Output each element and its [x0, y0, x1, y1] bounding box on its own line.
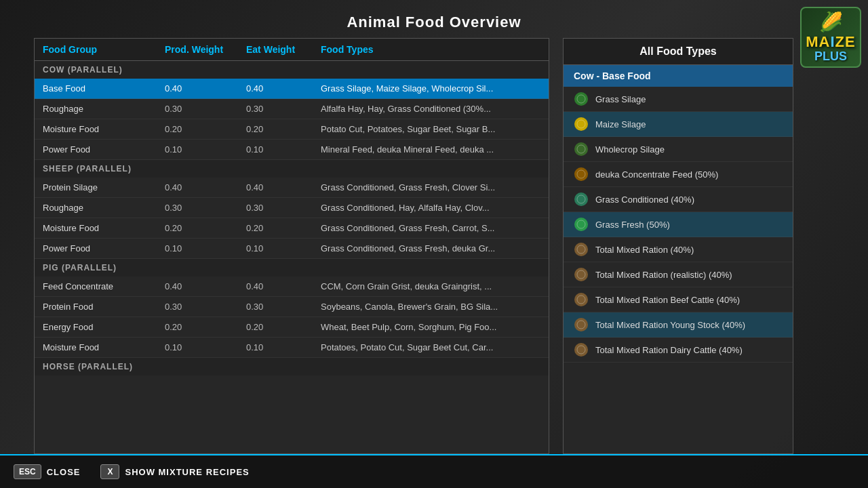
- cell-eat-weight: 0.10: [246, 342, 321, 352]
- food-type-item[interactable]: Grass Conditioned (40%): [564, 187, 793, 212]
- table-row[interactable]: Protein Food0.300.30Soybeans, Canola, Br…: [35, 297, 549, 317]
- cell-food-types: Grass Conditioned, Grass Fresh, Carrot, …: [321, 223, 540, 233]
- food-type-item[interactable]: Total Mixed Ration (realistic) (40%): [564, 262, 793, 287]
- food-type-item[interactable]: Maize Silage: [564, 112, 793, 137]
- table-row[interactable]: Power Food0.100.10Grass Conditioned, Gra…: [35, 239, 549, 259]
- logo: 🌽 MAIZE PLUS: [800, 7, 861, 68]
- cell-food-types: Potato Cut, Potatoes, Sugar Beet, Sugar …: [321, 124, 540, 134]
- cell-eat-weight: 0.10: [246, 243, 321, 253]
- cell-prod-weight: 0.10: [165, 243, 246, 253]
- cell-eat-weight: 0.10: [246, 144, 321, 155]
- table-header: Food Group Prod. Weight Eat Weight Food …: [35, 39, 549, 61]
- food-type-icon: [574, 217, 589, 232]
- content-area: Food Group Prod. Weight Eat Weight Food …: [0, 38, 868, 454]
- food-type-label: Wholecrop Silage: [595, 144, 665, 155]
- food-type-item[interactable]: Wholecrop Silage: [564, 137, 793, 162]
- food-type-label: Total Mixed Ration Beef Cattle (40%): [595, 295, 740, 305]
- show-mixture-button[interactable]: X SHOW MIXTURE RECIPES: [100, 464, 249, 479]
- food-type-icon: [574, 267, 589, 282]
- table-row[interactable]: Energy Food0.200.20Wheat, Beet Pulp, Cor…: [35, 317, 549, 338]
- table-row[interactable]: Moisture Food0.100.10Potatoes, Potato Cu…: [35, 338, 549, 358]
- table-row[interactable]: Moisture Food0.200.20Potato Cut, Potatoe…: [35, 119, 549, 140]
- bottom-bar: ESC CLOSE X SHOW MIXTURE RECIPES: [0, 454, 868, 488]
- right-panel-title: All Food Types: [564, 39, 793, 65]
- cell-prod-weight: 0.20: [165, 124, 246, 134]
- cell-prod-weight: 0.40: [165, 281, 246, 291]
- svg-point-9: [577, 321, 585, 329]
- food-type-item[interactable]: deuka Concentrate Feed (50%): [564, 162, 793, 187]
- cell-food-group: Roughage: [43, 104, 165, 114]
- svg-point-4: [577, 195, 585, 203]
- food-type-icon: [574, 317, 589, 332]
- col-food-group: Food Group: [43, 44, 165, 55]
- food-type-item[interactable]: Total Mixed Ration (40%): [564, 237, 793, 262]
- food-type-item[interactable]: Total Mixed Ration Dairy Cattle (40%): [564, 338, 793, 363]
- right-panel: All Food Types Cow - Base Food Grass Sil…: [563, 38, 793, 454]
- food-type-item[interactable]: Grass Silage: [564, 87, 793, 112]
- cell-prod-weight: 0.40: [165, 83, 246, 94]
- cell-food-types: Mineral Feed, deuka Mineral Feed, deuka …: [321, 144, 540, 155]
- col-food-types: Food Types: [321, 44, 540, 55]
- cell-eat-weight: 0.20: [246, 223, 321, 233]
- cell-food-group: Protein Silage: [43, 182, 165, 192]
- page-title: Animal Food Overview: [0, 14, 868, 31]
- food-type-icon: [574, 242, 589, 257]
- logo-text-maize: MAIZE: [806, 35, 855, 49]
- cell-prod-weight: 0.10: [165, 342, 246, 352]
- food-type-label: Maize Silage: [595, 119, 646, 129]
- group-header: PIG (PARALLEL): [35, 259, 549, 277]
- food-type-item[interactable]: Total Mixed Ration Beef Cattle (40%): [564, 287, 793, 312]
- cell-food-group: Power Food: [43, 144, 165, 155]
- cell-food-types: CCM, Corn Grain Grist, deuka Graingrist,…: [321, 281, 540, 291]
- svg-point-7: [577, 270, 585, 279]
- table-row[interactable]: Protein Silage0.400.40Grass Conditioned,…: [35, 178, 549, 198]
- cell-food-group: Energy Food: [43, 322, 165, 332]
- cell-food-types: Grass Conditioned, Grass Fresh, deuka Gr…: [321, 243, 540, 253]
- cell-food-types: Alfalfa Hay, Hay, Grass Conditioned (30%…: [321, 104, 540, 114]
- cell-food-types: Grass Silage, Maize Silage, Wholecrop Si…: [321, 83, 540, 94]
- cell-prod-weight: 0.30: [165, 203, 246, 213]
- cell-food-group: Moisture Food: [43, 342, 165, 352]
- cell-eat-weight: 0.20: [246, 322, 321, 332]
- food-type-icon: [574, 292, 589, 307]
- cell-eat-weight: 0.40: [246, 182, 321, 192]
- logo-corn-icon: 🌽: [819, 11, 843, 33]
- food-type-label: Grass Silage: [595, 94, 646, 104]
- food-type-item[interactable]: Grass Fresh (50%): [564, 212, 793, 237]
- cell-food-types: Soybeans, Canola, Brewer's Grain, BG Sil…: [321, 302, 540, 312]
- food-type-item[interactable]: Total Mixed Ration Young Stock (40%): [564, 312, 793, 338]
- food-type-icon: [574, 142, 589, 157]
- mixture-label: SHOW MIXTURE RECIPES: [125, 467, 249, 477]
- food-type-icon: [574, 192, 589, 207]
- col-eat-weight: Eat Weight: [246, 44, 321, 55]
- food-type-label: Grass Fresh (50%): [595, 220, 670, 230]
- cell-food-group: Moisture Food: [43, 124, 165, 134]
- right-section-header: Cow - Base Food: [564, 65, 793, 87]
- esc-key-badge: ESC: [14, 464, 41, 479]
- food-type-icon: [574, 92, 589, 106]
- cell-eat-weight: 0.30: [246, 203, 321, 213]
- table-row[interactable]: Moisture Food0.200.20Grass Conditioned, …: [35, 218, 549, 239]
- food-type-label: Total Mixed Ration (realistic) (40%): [595, 270, 732, 280]
- svg-point-0: [577, 95, 585, 103]
- table-row[interactable]: Roughage0.300.30Grass Conditioned, Hay, …: [35, 198, 549, 218]
- title-bar: Animal Food Overview: [0, 0, 868, 38]
- group-header: HORSE (PARALLEL): [35, 358, 549, 375]
- cell-food-group: Power Food: [43, 243, 165, 253]
- cell-eat-weight: 0.30: [246, 104, 321, 114]
- cell-prod-weight: 0.30: [165, 302, 246, 312]
- svg-point-10: [577, 346, 585, 354]
- table-row[interactable]: Roughage0.300.30Alfalfa Hay, Hay, Grass …: [35, 99, 549, 119]
- food-types-list[interactable]: Grass SilageMaize SilageWholecrop Silage…: [564, 87, 793, 453]
- svg-point-3: [577, 170, 585, 178]
- table-body[interactable]: COW (PARALLEL)Base Food0.400.40Grass Sil…: [35, 61, 549, 453]
- cell-prod-weight: 0.20: [165, 223, 246, 233]
- close-button[interactable]: ESC CLOSE: [14, 464, 80, 479]
- table-row[interactable]: Power Food0.100.10Mineral Feed, deuka Mi…: [35, 140, 549, 160]
- cell-eat-weight: 0.20: [246, 124, 321, 134]
- food-type-label: deuka Concentrate Feed (50%): [595, 169, 718, 180]
- cell-food-group: Moisture Food: [43, 223, 165, 233]
- x-key-badge: X: [100, 464, 119, 479]
- table-row[interactable]: Base Food0.400.40Grass Silage, Maize Sil…: [35, 79, 549, 99]
- table-row[interactable]: Feed Concentrate0.400.40CCM, Corn Grain …: [35, 277, 549, 297]
